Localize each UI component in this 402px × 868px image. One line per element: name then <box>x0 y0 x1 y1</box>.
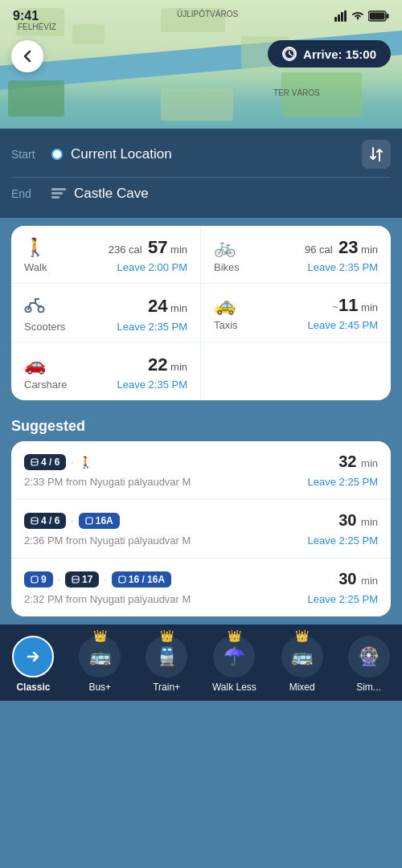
route-panel: Start Current Location End Castle Cave <box>0 129 402 218</box>
suggested-row-3[interactable]: 9 · 17 · 16 / 16A 30 min 2:32 PM from Ny… <box>11 559 391 616</box>
svg-rect-20 <box>119 576 125 583</box>
suggested-label: Suggested <box>0 408 402 441</box>
route-tags-3: 9 · 17 · 16 / 16A <box>24 571 171 588</box>
transport-card: 🚶 236 cal 57 min Walk Leave 2:00 PM 🚲 96… <box>11 226 391 400</box>
suggested-leave-1: Leave 2:25 PM <box>308 476 378 488</box>
sim-icon-wrap: 🎡 <box>348 636 390 678</box>
svg-rect-6 <box>387 14 389 18</box>
svg-point-11 <box>39 307 44 313</box>
nav-classic[interactable]: Classic <box>12 636 54 693</box>
suggested-from-2: 2:36 PM from Nyugati pályaudvar M <box>24 534 191 547</box>
svg-rect-0 <box>334 17 337 22</box>
end-place: Castle Cave <box>74 186 149 202</box>
transport-walk[interactable]: 🚶 236 cal 57 min Walk Leave 2:00 PM <box>11 226 201 284</box>
route-tags-1: 4 / 6 · 🚶 <box>24 454 92 470</box>
arrive-label: Arrive: 15:00 <box>303 47 376 61</box>
suggested-from-3: 2:32 PM from Nyugati pályaudvar M <box>24 593 191 605</box>
busplus-label: Bus+ <box>88 682 111 693</box>
transport-taxis[interactable]: 🚕 ~11 min Taxis Leave 2:45 PM <box>201 284 391 343</box>
bus-tag-2: 16A <box>79 513 120 529</box>
walkless-icon: ☂️ <box>224 646 245 667</box>
svg-rect-16 <box>86 518 92 524</box>
arrive-pill[interactable]: Arrive: 15:00 <box>268 40 391 68</box>
transport-carshare[interactable]: 🚗 22 min Carshare Leave 2:35 PM <box>11 343 201 400</box>
suggested-leave-2: Leave 2:25 PM <box>308 534 378 547</box>
map-block <box>161 88 233 121</box>
wifi-icon <box>351 10 364 22</box>
transport-bikes[interactable]: 🚲 96 cal 23 min Bikes Leave 2:35 PM <box>201 226 391 284</box>
status-time: 9:41 <box>13 9 39 23</box>
car-icon: 🚗 <box>24 354 46 375</box>
busplus-icon: 🚌 <box>89 646 111 667</box>
end-label: End <box>11 187 43 200</box>
suggested-mins-2: 30 min <box>338 511 378 530</box>
destination-icon <box>51 188 66 199</box>
trainplus-label: Train+ <box>153 682 180 693</box>
svg-rect-1 <box>338 14 340 22</box>
bike-icon: 🚲 <box>214 237 236 258</box>
scooter-leave: Leave 2:35 PM <box>117 321 187 333</box>
suggested-leave-3: Leave 2:25 PM <box>308 593 378 605</box>
car-label: Carshare <box>24 379 67 391</box>
suggested-mins-1: 32 min <box>338 452 378 471</box>
dot-sep-2: · <box>71 515 73 526</box>
taxi-leave: Leave 2:45 PM <box>308 319 378 331</box>
svg-rect-5 <box>370 13 385 20</box>
swap-button[interactable] <box>362 140 391 169</box>
taxi-label: Taxis <box>214 319 238 331</box>
trainplus-icon-wrap: 👑 🚆 <box>146 636 187 678</box>
signal-icon <box>334 10 347 22</box>
scooter-icon <box>24 295 45 317</box>
scooter-label: Scooters <box>24 321 65 333</box>
dot-sep-3a: · <box>58 574 60 585</box>
route-start-row: Start Current Location <box>11 129 391 177</box>
mixed-icon-wrap: 👑 🚌 <box>281 636 323 678</box>
car-leave: Leave 2:35 PM <box>117 379 187 391</box>
classic-arrow-icon <box>24 648 42 665</box>
walkless-icon-wrap: 👑 ☂️ <box>213 636 255 678</box>
nav-mixed[interactable]: 👑 🚌 Mixed <box>281 636 323 693</box>
sim-label: Sim... <box>356 682 381 693</box>
start-label: Start <box>11 148 43 161</box>
nav-sim[interactable]: 🎡 Sim... <box>348 636 390 693</box>
nav-busplus[interactable]: 👑 🚌 Bus+ <box>79 636 121 693</box>
status-bar: 9:41 <box>0 0 402 32</box>
route-tags-2: 4 / 6 · 16A <box>24 513 120 529</box>
walk-label: Walk <box>24 261 47 273</box>
start-place: Current Location <box>71 146 172 162</box>
back-button[interactable] <box>11 40 43 72</box>
busplus-icon-wrap: 👑 🚌 <box>79 636 121 678</box>
trainplus-icon: 🚆 <box>156 646 178 667</box>
bike-leave: Leave 2:35 PM <box>308 261 378 273</box>
svg-rect-17 <box>31 576 38 583</box>
svg-line-9 <box>289 54 292 55</box>
map-block <box>8 80 64 117</box>
mixed-icon: 🚌 <box>291 646 313 667</box>
car-time: 22 min <box>148 354 187 375</box>
dot-sep-3b: · <box>104 574 106 585</box>
svg-rect-3 <box>344 10 347 22</box>
bus-tag-3a: 9 <box>24 571 53 588</box>
bike-cal: 96 cal 23 min <box>305 237 378 258</box>
route-end-row: End Castle Cave <box>11 177 391 210</box>
scooter-time: 24 min <box>148 296 187 317</box>
nav-trainplus[interactable]: 👑 🚆 Train+ <box>146 636 187 693</box>
tram-tag-1: 4 / 6 <box>24 454 66 470</box>
suggested-card: 4 / 6 · 🚶 32 min 2:33 PM from Nyugati pá… <box>11 441 391 616</box>
suggested-row-2[interactable]: 4 / 6 · 16A 30 min 2:36 PM from Nyugati … <box>11 500 391 559</box>
battery-icon <box>368 10 389 22</box>
suggested-from-1: 2:33 PM from Nyugati pályaudvar M <box>24 476 191 488</box>
transport-scooters[interactable]: 24 min Scooters Leave 2:35 PM <box>11 284 201 343</box>
tram-tag-3: 17 <box>65 571 99 588</box>
transport-empty <box>201 343 391 400</box>
walk-person-icon: 🚶 <box>79 456 92 469</box>
nav-walkless[interactable]: 👑 ☂️ Walk Less <box>212 636 256 693</box>
bike-label: Bikes <box>214 261 240 273</box>
classic-label: Classic <box>16 682 50 693</box>
suggested-mins-3: 30 min <box>338 570 378 588</box>
mixed-label: Mixed <box>289 682 315 693</box>
crown-icon: 👑 <box>93 629 107 642</box>
suggested-row-1[interactable]: 4 / 6 · 🚶 32 min 2:33 PM from Nyugati pá… <box>11 441 391 500</box>
crown-icon-walk: 👑 <box>228 629 241 642</box>
classic-icon-wrap <box>12 636 54 678</box>
